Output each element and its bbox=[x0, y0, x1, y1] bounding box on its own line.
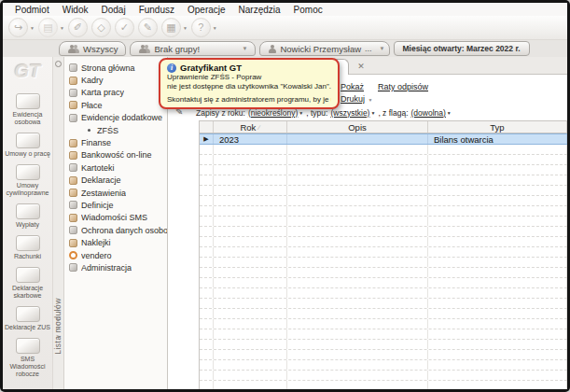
menu-item-widok[interactable]: Widok bbox=[56, 5, 95, 15]
table-row[interactable] bbox=[200, 319, 567, 329]
column-header-opis[interactable]: Opis bbox=[287, 121, 428, 133]
sidebar-module-tax-declarations[interactable]: Deklaracje skarbowe bbox=[3, 267, 52, 300]
sidebar-module-civil-contracts[interactable]: Umowy cywilnoprawne bbox=[3, 164, 52, 197]
chevron-down-icon[interactable]: ▼ bbox=[380, 46, 385, 51]
tree-item-finanse[interactable]: Finanse bbox=[64, 136, 167, 148]
table-row[interactable] bbox=[200, 299, 567, 309]
table-row[interactable] bbox=[200, 196, 567, 206]
tree-item-bankowość-on-line[interactable]: Bankowość on-line bbox=[64, 149, 167, 161]
chevron-down-icon[interactable]: ▼ bbox=[368, 97, 373, 103]
chevron-down-icon[interactable]: ▼ bbox=[30, 25, 35, 31]
table-row[interactable] bbox=[200, 186, 567, 196]
tree-item-ewidencje-dodatkowe[interactable]: Ewidencje dodatkowe bbox=[64, 112, 167, 124]
chevron-down-icon[interactable]: ▼ bbox=[243, 46, 248, 51]
table-cell bbox=[428, 237, 567, 246]
raty-odpisow-link[interactable]: Raty odpisów bbox=[378, 82, 428, 91]
table-row[interactable] bbox=[200, 258, 567, 268]
table-row[interactable] bbox=[200, 227, 567, 237]
tree-item-kartoteki[interactable]: Kartoteki bbox=[64, 161, 167, 174]
toolbar-button-modules-icon[interactable]: ▦▼ bbox=[161, 18, 188, 37]
row-gutter bbox=[200, 268, 214, 277]
table-row[interactable] bbox=[200, 237, 567, 247]
show-link[interactable]: Pokaż bbox=[341, 82, 364, 91]
tree-item-zestawienia[interactable]: Zestawienia bbox=[64, 187, 167, 199]
chevron-down-icon[interactable]: ▼ bbox=[213, 25, 217, 31]
filter-dropdown-link[interactable]: (wszystkie) bbox=[330, 108, 369, 118]
pin-icon[interactable] bbox=[55, 61, 62, 67]
sidebar-module-bills[interactable]: Rachunki bbox=[3, 235, 52, 260]
sidebar-module-person-records[interactable]: Ewidencja osobowa bbox=[3, 93, 52, 126]
table-row[interactable] bbox=[200, 371, 567, 381]
chevron-down-icon[interactable]: ▼ bbox=[299, 110, 303, 116]
sidebar-module-zus-declarations[interactable]: Deklaracje ZUS bbox=[3, 306, 52, 331]
table-row[interactable] bbox=[200, 247, 567, 258]
close-icon[interactable]: ✕ bbox=[355, 61, 367, 72]
toolbar-button-new-document-icon[interactable]: ◇ bbox=[91, 18, 111, 37]
row-gutter bbox=[200, 145, 214, 154]
table-row[interactable] bbox=[200, 360, 567, 371]
menu-bar: PodmiotWidokDodajFunduszOperacjeNarzędzi… bbox=[3, 3, 567, 16]
filter-dropdown-link[interactable]: (nieokreślony) bbox=[248, 108, 298, 118]
menu-item-operacje[interactable]: Operacje bbox=[181, 5, 232, 15]
chevron-down-icon[interactable]: ▼ bbox=[447, 110, 452, 116]
tree-item-vendero[interactable]: vendero bbox=[64, 249, 167, 261]
table-row[interactable] bbox=[200, 155, 567, 165]
toolbar-button-attachment-icon[interactable]: ✎ bbox=[138, 18, 158, 37]
tree-item-naklejki[interactable]: Naklejki bbox=[64, 236, 167, 248]
table-row[interactable] bbox=[200, 350, 567, 360]
table-row[interactable] bbox=[200, 145, 567, 155]
tree-item-zfśs[interactable]: ZFŚS bbox=[64, 124, 167, 136]
table-row[interactable] bbox=[200, 329, 567, 340]
table-cell bbox=[287, 299, 428, 308]
tree-item-wiadomości-sms[interactable]: Wiadomości SMS bbox=[64, 212, 167, 224]
tree-item-karta-pracy[interactable]: Karta pracy bbox=[64, 87, 167, 99]
chevron-down-icon[interactable]: ▼ bbox=[370, 110, 375, 116]
tree-item-płace[interactable]: Płace bbox=[64, 99, 167, 111]
filter-dropdown-link[interactable]: (dowolna) bbox=[411, 108, 446, 118]
table-cell bbox=[287, 258, 428, 267]
menu-item-narzędzia[interactable]: Narzędzia bbox=[232, 5, 287, 15]
table-row[interactable] bbox=[200, 288, 567, 299]
table-cell bbox=[428, 165, 567, 175]
table-row[interactable] bbox=[200, 175, 567, 186]
menu-item-pomoc[interactable]: Pomoc bbox=[287, 5, 329, 15]
tree-item-ochrona-danych-osobowych[interactable]: Ochrona danych osobowych bbox=[64, 224, 167, 236]
tree-item-strona-główna[interactable]: Strona główna bbox=[64, 62, 167, 74]
sidebar-module-payments[interactable]: Wypłaty bbox=[3, 203, 52, 229]
table-row-selected[interactable]: ▶2023Bilans otwarcia bbox=[200, 133, 567, 145]
print-link[interactable]: Drukuj ▼ bbox=[341, 94, 372, 104]
menu-item-dodaj[interactable]: Dodaj bbox=[94, 5, 132, 15]
chevron-down-icon[interactable]: ▼ bbox=[183, 25, 188, 31]
table-row[interactable] bbox=[200, 217, 567, 227]
table-cell bbox=[428, 175, 567, 185]
table-row[interactable] bbox=[200, 206, 567, 217]
tree-item-kadry[interactable]: Kadry bbox=[64, 74, 167, 86]
toolbar-button-entity-icon[interactable]: ↪▼ bbox=[8, 18, 35, 37]
modules-list-splitter[interactable]: >>> Lista modułów >>> bbox=[53, 57, 64, 389]
tree-item-administracja[interactable]: Administracja bbox=[64, 261, 167, 273]
tab-group-filter[interactable]: Brak grupy! ▼ bbox=[130, 41, 256, 56]
toolbar-button-help-icon[interactable]: ?▼ bbox=[191, 18, 217, 37]
table-row[interactable] bbox=[200, 268, 567, 278]
menu-item-fundusz[interactable]: Fundusz bbox=[132, 5, 181, 15]
records-table: Rok∕OpisTyp ▶2023Bilans otwarcia bbox=[199, 120, 567, 389]
column-header-typ[interactable]: Typ bbox=[428, 121, 567, 133]
table-row[interactable] bbox=[200, 381, 567, 389]
row-gutter bbox=[200, 329, 214, 339]
table-row[interactable] bbox=[200, 340, 567, 350]
sidebar-module-sms-messages[interactable]: SMS Wiadomości robocze bbox=[3, 338, 52, 378]
menu-item-podmiot[interactable]: Podmiot bbox=[8, 5, 56, 15]
column-header-rok[interactable]: Rok∕ bbox=[214, 121, 287, 133]
table-row[interactable] bbox=[200, 165, 567, 175]
tree-item-deklaracje[interactable]: Deklaracje bbox=[64, 175, 167, 187]
tab-current-employee[interactable]: Nowicki Przemysław ... ▼ bbox=[259, 41, 390, 56]
tab-all-employees[interactable]: Wszyscy bbox=[59, 41, 126, 56]
sidebar-module-employment-contracts[interactable]: Umowy o pracę bbox=[3, 133, 52, 158]
tree-item-definicje[interactable]: Definicje bbox=[64, 199, 167, 211]
toolbar-button-edit-icon[interactable]: ✓ bbox=[115, 18, 134, 37]
more-button[interactable]: ... bbox=[365, 44, 372, 53]
table-row[interactable] bbox=[200, 278, 567, 288]
row-gutter bbox=[200, 237, 214, 246]
table-row[interactable] bbox=[200, 309, 567, 319]
toolbar-button-stamp-icon[interactable]: ✐ bbox=[68, 18, 88, 37]
